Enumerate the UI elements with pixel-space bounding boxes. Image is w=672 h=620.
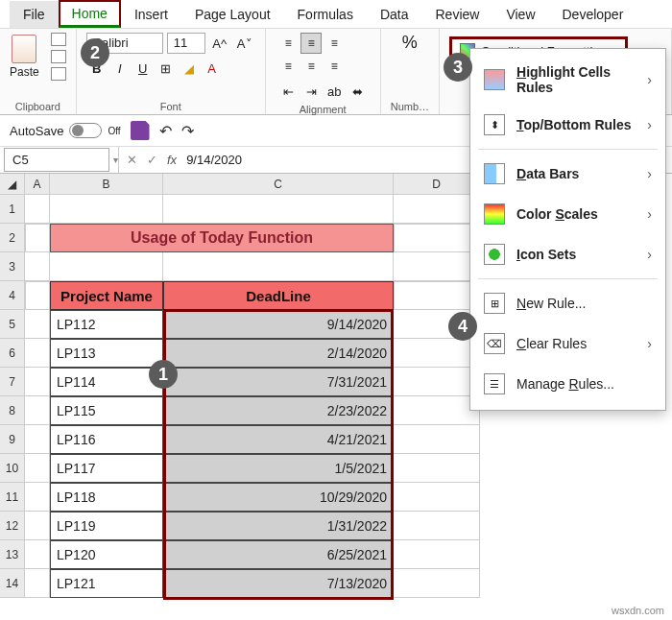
align-bottom-icon[interactable]: ≡ bbox=[324, 33, 345, 54]
cell[interactable] bbox=[25, 195, 50, 224]
cell[interactable] bbox=[394, 540, 480, 569]
formula-input[interactable]: 9/14/2020 bbox=[186, 153, 242, 167]
cell-deadline[interactable]: 7/31/2021 bbox=[163, 368, 394, 396]
cell[interactable] bbox=[25, 368, 50, 396]
cell[interactable] bbox=[25, 310, 50, 339]
tab-formulas[interactable]: Formulas bbox=[284, 1, 367, 28]
cell-deadline[interactable]: 9/14/2020 bbox=[163, 310, 394, 339]
tab-view[interactable]: View bbox=[492, 1, 548, 28]
cell-project[interactable]: LP117 bbox=[50, 454, 163, 483]
cell-project[interactable]: LP116 bbox=[50, 425, 163, 454]
cell-project[interactable]: LP112 bbox=[50, 310, 163, 339]
fx-icon[interactable]: fx bbox=[167, 153, 177, 167]
align-middle-icon[interactable]: ≡ bbox=[300, 33, 322, 54]
row-head-9[interactable]: 9 bbox=[0, 425, 25, 454]
merge-button[interactable]: ⬌ bbox=[347, 81, 368, 102]
cell[interactable] bbox=[25, 339, 50, 368]
col-head-c[interactable]: C bbox=[163, 174, 394, 195]
cell[interactable] bbox=[25, 396, 50, 425]
cell[interactable] bbox=[163, 195, 394, 224]
decrease-font-icon[interactable]: A˅ bbox=[234, 33, 255, 54]
cell-project[interactable]: LP121 bbox=[50, 569, 163, 598]
row-head-13[interactable]: 13 bbox=[0, 540, 25, 569]
increase-font-icon[interactable]: A^ bbox=[209, 33, 230, 54]
tab-page-layout[interactable]: Page Layout bbox=[181, 1, 284, 28]
cell[interactable] bbox=[163, 252, 394, 281]
cell[interactable] bbox=[25, 281, 50, 310]
menu-icon-sets[interactable]: Icon Sets › bbox=[470, 234, 665, 274]
select-all-cell[interactable]: ◢ bbox=[0, 174, 25, 195]
col-head-a[interactable]: A bbox=[25, 174, 50, 195]
cell[interactable] bbox=[25, 224, 50, 252]
row-head-7[interactable]: 7 bbox=[0, 368, 25, 396]
row-head-4[interactable]: 4 bbox=[0, 281, 25, 310]
row-head-10[interactable]: 10 bbox=[0, 454, 25, 483]
cell-deadline[interactable]: 2/14/2020 bbox=[163, 339, 394, 368]
cell-deadline[interactable]: 1/31/2022 bbox=[163, 512, 394, 540]
percent-icon[interactable]: % bbox=[402, 33, 418, 53]
increase-indent-icon[interactable]: ⇥ bbox=[300, 81, 322, 102]
table-title[interactable]: Usage of Today Function bbox=[50, 224, 394, 252]
cell[interactable] bbox=[394, 396, 480, 425]
align-center-icon[interactable]: ≡ bbox=[300, 56, 322, 77]
save-icon[interactable] bbox=[131, 121, 150, 140]
row-head-1[interactable]: 1 bbox=[0, 195, 25, 224]
tab-file[interactable]: File bbox=[10, 1, 59, 28]
menu-data-bars[interactable]: Data Bars › bbox=[470, 154, 665, 194]
redo-icon[interactable]: ↷ bbox=[181, 122, 194, 140]
cell[interactable] bbox=[394, 483, 480, 512]
cell[interactable] bbox=[394, 224, 480, 252]
cell[interactable] bbox=[394, 425, 480, 454]
row-head-8[interactable]: 8 bbox=[0, 396, 25, 425]
cell[interactable] bbox=[25, 483, 50, 512]
cell[interactable] bbox=[25, 569, 50, 598]
menu-manage-rules[interactable]: ☰ Manage Rules... bbox=[470, 364, 665, 404]
enter-formula-icon[interactable]: ✓ bbox=[147, 153, 157, 167]
cell-deadline[interactable]: 2/23/2022 bbox=[163, 396, 394, 425]
header-project[interactable]: Project Name bbox=[50, 281, 163, 310]
align-left-icon[interactable]: ≡ bbox=[277, 56, 299, 77]
menu-new-rule[interactable]: ⊞ New Rule... bbox=[470, 283, 665, 323]
row-head-12[interactable]: 12 bbox=[0, 512, 25, 540]
row-head-14[interactable]: 14 bbox=[0, 569, 25, 598]
fill-color-button[interactable]: ◢ bbox=[179, 58, 200, 79]
cut-icon[interactable] bbox=[51, 33, 66, 46]
copy-icon[interactable] bbox=[51, 50, 66, 63]
tab-review[interactable]: Review bbox=[422, 1, 493, 28]
tab-insert[interactable]: Insert bbox=[121, 1, 181, 28]
cell-project[interactable]: LP113 bbox=[50, 339, 163, 368]
border-button[interactable]: ⊞ bbox=[156, 58, 177, 79]
menu-clear-rules[interactable]: ⌫ Clear Rules › bbox=[470, 323, 665, 364]
menu-top-bottom[interactable]: ⬍ Top/Bottom Rules › bbox=[470, 105, 665, 145]
cell-deadline[interactable]: 4/21/2021 bbox=[163, 425, 394, 454]
cell-project[interactable]: LP118 bbox=[50, 483, 163, 512]
row-head-2[interactable]: 2 bbox=[0, 224, 25, 252]
cell-deadline[interactable]: 1/5/2021 bbox=[163, 454, 394, 483]
cell[interactable] bbox=[394, 339, 480, 368]
menu-highlight-cells[interactable]: Highlight Cells Rules › bbox=[470, 55, 665, 105]
cancel-formula-icon[interactable]: ✕ bbox=[127, 153, 137, 167]
cell[interactable] bbox=[394, 252, 480, 281]
cell-project[interactable]: LP120 bbox=[50, 540, 163, 569]
cell[interactable] bbox=[25, 540, 50, 569]
cell-deadline[interactable]: 6/25/2021 bbox=[163, 540, 394, 569]
col-head-b[interactable]: B bbox=[50, 174, 163, 195]
autosave-toggle[interactable]: AutoSave Off bbox=[10, 123, 121, 138]
cell[interactable] bbox=[394, 195, 480, 224]
cell[interactable] bbox=[50, 195, 163, 224]
italic-button[interactable]: I bbox=[109, 58, 131, 79]
cell-project[interactable]: LP119 bbox=[50, 512, 163, 540]
cell[interactable] bbox=[25, 454, 50, 483]
cell[interactable] bbox=[394, 512, 480, 540]
cell[interactable] bbox=[394, 281, 480, 310]
cell[interactable] bbox=[25, 425, 50, 454]
row-head-6[interactable]: 6 bbox=[0, 339, 25, 368]
align-top-icon[interactable]: ≡ bbox=[277, 33, 299, 54]
font-color-button[interactable]: A bbox=[202, 58, 223, 79]
tab-data[interactable]: Data bbox=[367, 1, 422, 28]
tab-developer[interactable]: Developer bbox=[549, 1, 637, 28]
align-right-icon[interactable]: ≡ bbox=[324, 56, 345, 77]
row-head-11[interactable]: 11 bbox=[0, 483, 25, 512]
paste-button[interactable]: Paste bbox=[10, 35, 39, 79]
cell[interactable] bbox=[394, 454, 480, 483]
